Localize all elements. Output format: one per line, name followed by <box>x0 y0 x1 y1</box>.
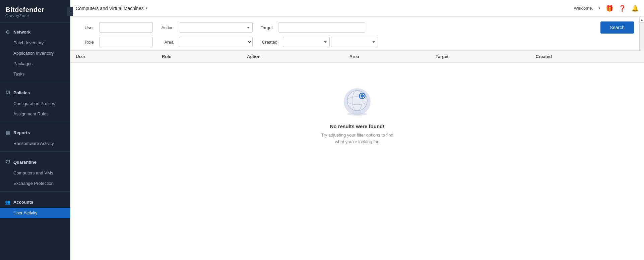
help-icon[interactable]: ❓ <box>619 5 626 12</box>
user-filter-label: User <box>77 25 94 30</box>
role-filter-label: Role <box>77 40 94 45</box>
user-filter-input[interactable] <box>99 22 153 33</box>
target-filter-label: Target <box>258 25 273 30</box>
topbar-welcome-text: Welcome, <box>574 6 593 11</box>
results-table: User Role Action Area Target Created <box>70 51 644 165</box>
column-header-role: Role <box>156 51 242 63</box>
sidebar-section-label-network: Network <box>13 30 30 35</box>
filter-row-1: User Action Target Search <box>77 21 634 34</box>
sidebar-item-assignment-rules[interactable]: Assignment Rules <box>0 109 70 119</box>
sidebar-section-label-policies: Policies <box>13 90 30 95</box>
sidebar-section-quarantine: 🛡 Quarantine Computers and VMs Exchange … <box>0 153 70 190</box>
column-header-created: Created <box>530 51 644 63</box>
reports-icon: ▤ <box>5 129 11 136</box>
gift-icon[interactable]: 🎁 <box>606 5 613 12</box>
sidebar-header-policies[interactable]: ☑ Policies <box>0 87 70 98</box>
bell-icon[interactable]: 🔔 <box>631 5 639 12</box>
accounts-icon: 👥 <box>5 199 11 205</box>
sidebar: Bitdefender GravityZone ⊙ Network Patch … <box>0 0 70 260</box>
sidebar-section-network: ⊙ Network Patch Inventory Application In… <box>0 23 70 81</box>
topbar-section-dropdown-arrow[interactable]: ▾ <box>146 6 148 10</box>
topbar-section-title: Computers and Virtual Machines <box>76 6 144 11</box>
table-header-row: User Role Action Area Target Created <box>70 51 644 63</box>
column-header-target: Target <box>430 51 530 63</box>
network-icon: ⊙ <box>5 29 11 35</box>
target-filter-input[interactable] <box>278 22 365 33</box>
sidebar-item-computers-vms[interactable]: Computers and VMs <box>0 168 70 178</box>
sidebar-header-network[interactable]: ⊙ Network <box>0 26 70 38</box>
empty-state-title: No results were found! <box>330 123 385 129</box>
scroll-up-button[interactable]: ▲ <box>640 17 644 23</box>
area-filter-select[interactable] <box>179 37 253 47</box>
empty-state-subtitle: Try adjusting your filter options to fin… <box>321 132 393 145</box>
sidebar-section-policies: ☑ Policies Configuration Profiles Assign… <box>0 84 70 120</box>
action-filter-select[interactable] <box>179 22 253 33</box>
sidebar-collapse-button[interactable]: ‹ <box>67 7 73 16</box>
filter-row-2: Role Area Created <box>77 37 634 47</box>
svg-point-1 <box>347 112 367 116</box>
sidebar-section-label-reports: Reports <box>13 130 30 135</box>
sidebar-section-label-quarantine: Quarantine <box>13 160 37 165</box>
policies-icon: ☑ <box>5 90 11 96</box>
brand-title: Bitdefender <box>5 6 65 14</box>
sidebar-item-exchange-protection[interactable]: Exchange Protection <box>0 178 70 189</box>
sidebar-section-reports: ▤ Reports Ransomware Activity <box>0 123 70 150</box>
empty-illustration <box>340 83 374 117</box>
topbar-right: Welcome, ▾ 🎁 ❓ 🔔 <box>574 5 639 12</box>
area-filter-label: Area <box>158 40 174 45</box>
sidebar-section-label-accounts: Accounts <box>13 200 33 205</box>
sidebar-item-ransomware-activity[interactable]: Ransomware Activity <box>0 138 70 149</box>
role-filter-input[interactable] <box>99 37 153 47</box>
empty-state: No results were found! Try adjusting you… <box>70 63 644 165</box>
created-filter-label: Created <box>258 40 277 45</box>
empty-state-row: No results were found! Try adjusting you… <box>70 63 644 165</box>
sidebar-item-patch-inventory[interactable]: Patch Inventory <box>0 38 70 48</box>
main-content: Computers and Virtual Machines ▾ Welcome… <box>70 0 644 260</box>
sidebar-header-quarantine[interactable]: 🛡 Quarantine <box>0 156 70 168</box>
sidebar-header-reports[interactable]: ▤ Reports <box>0 127 70 138</box>
sidebar-logo: Bitdefender GravityZone <box>0 0 70 23</box>
brand-subtitle: GravityZone <box>5 14 65 18</box>
chevron-left-icon: ‹ <box>69 9 71 14</box>
search-button[interactable]: Search <box>600 21 634 34</box>
scroll-indicator: ▲ <box>639 17 644 51</box>
action-filter-label: Action <box>158 25 174 30</box>
topbar-left: Computers and Virtual Machines ▾ <box>76 6 148 11</box>
filter-wrapper: User Action Target Search Role Area Crea… <box>70 17 644 51</box>
filter-area: User Action Target Search Role Area Crea… <box>70 17 644 51</box>
column-header-action: Action <box>242 51 344 63</box>
created-from-select[interactable] <box>283 37 330 47</box>
column-header-user: User <box>70 51 156 63</box>
table-wrapper: User Role Action Area Target Created <box>70 51 644 260</box>
sidebar-item-user-activity[interactable]: User Activity <box>0 208 70 218</box>
topbar: Computers and Virtual Machines ▾ Welcome… <box>70 0 644 17</box>
sidebar-item-application-inventory[interactable]: Application Inventory <box>0 48 70 58</box>
sidebar-section-accounts: 👥 Accounts User Activity <box>0 193 70 219</box>
created-to-select[interactable] <box>331 37 378 47</box>
quarantine-icon: 🛡 <box>5 159 11 165</box>
sidebar-header-accounts[interactable]: 👥 Accounts <box>0 196 70 208</box>
topbar-welcome-dropdown[interactable]: ▾ <box>598 6 600 10</box>
column-header-area: Area <box>344 51 430 63</box>
sidebar-item-configuration-profiles[interactable]: Configuration Profiles <box>0 98 70 109</box>
sidebar-item-tasks[interactable]: Tasks <box>0 69 70 79</box>
sidebar-item-packages[interactable]: Packages <box>0 58 70 69</box>
created-date-range <box>283 37 378 47</box>
